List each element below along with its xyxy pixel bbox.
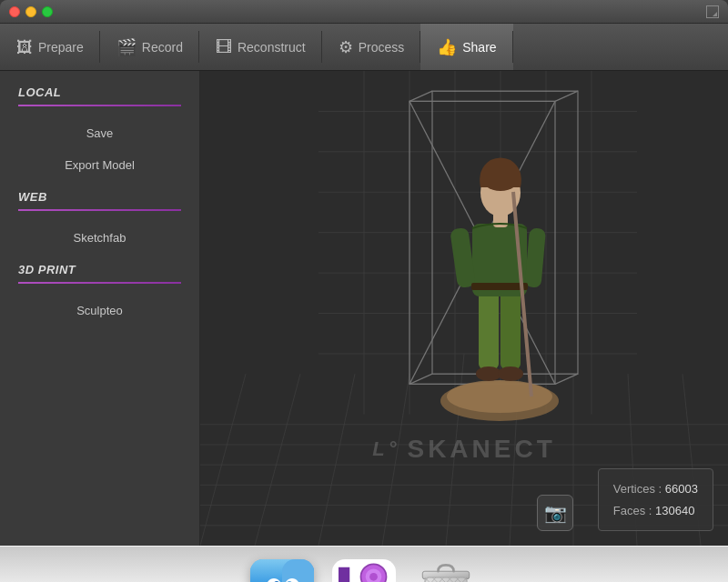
- svg-rect-45: [450, 227, 476, 288]
- vertices-value: 66003: [665, 482, 698, 496]
- human-figure: [422, 142, 577, 424]
- tab-prepare[interactable]: 🖼 Prepare: [0, 24, 100, 70]
- save-label: Save: [86, 126, 114, 140]
- close-button[interactable]: [9, 6, 20, 17]
- trash-dock-icon[interactable]: [414, 559, 478, 582]
- 3dprint-section-title: 3D Print: [0, 263, 199, 282]
- prepare-icon: 🖼: [16, 39, 33, 55]
- svg-rect-47: [471, 283, 528, 290]
- section-web: Web Sketchfab: [0, 190, 199, 254]
- resize-icon[interactable]: [706, 5, 719, 18]
- record-icon: 🎬: [116, 39, 136, 55]
- web-divider: [18, 209, 181, 211]
- tab-prepare-label: Prepare: [38, 40, 84, 55]
- save-item[interactable]: Save: [0, 117, 199, 149]
- title-bar: [0, 0, 728, 24]
- sketchfab-label: Sketchfab: [74, 231, 126, 245]
- vertices-row: Vertices : 66003: [613, 478, 698, 499]
- stats-panel: Vertices : 66003 Faces : 130640: [598, 468, 713, 531]
- reconstruct-icon: 🎞: [216, 39, 232, 55]
- faces-row: Faces : 130640: [613, 500, 698, 521]
- section-local: Local Save Export Model: [0, 85, 199, 181]
- svg-point-38: [447, 380, 552, 413]
- tab-record[interactable]: 🎬 Record: [100, 24, 199, 70]
- watermark-text: SKANECT: [407, 435, 555, 464]
- svg-rect-61: [339, 567, 349, 582]
- svg-rect-46: [524, 228, 546, 288]
- export-model-item[interactable]: Export Model: [0, 149, 199, 181]
- sculpteo-item[interactable]: Sculpteo: [0, 295, 199, 326]
- faces-label: Faces :: [613, 504, 652, 517]
- main-content: Local Save Export Model Web Sketchfab: [0, 71, 728, 546]
- watermark: L° SKANECT: [372, 435, 556, 464]
- vertices-label: Vertices :: [613, 482, 662, 496]
- finder-dock-icon[interactable]: [250, 559, 314, 582]
- sidebar: Local Save Export Model Web Sketchfab: [0, 71, 200, 546]
- camera-button[interactable]: 📷: [537, 495, 573, 531]
- svg-rect-53: [282, 559, 314, 582]
- dock: [0, 546, 728, 582]
- tab-process-label: Process: [359, 40, 405, 55]
- tab-reconstruct[interactable]: 🎞 Reconstruct: [199, 24, 322, 70]
- svg-point-49: [498, 366, 523, 381]
- tab-share-label: Share: [462, 40, 496, 55]
- tab-share[interactable]: 👍 Share: [420, 24, 512, 70]
- svg-rect-52: [250, 559, 282, 582]
- local-divider: [18, 105, 181, 106]
- skanect-dock-icon[interactable]: [332, 559, 396, 582]
- process-icon: ⚙: [339, 39, 353, 55]
- web-section-title: Web: [0, 190, 199, 209]
- maximize-button[interactable]: [42, 6, 53, 17]
- window: 🖼 Prepare 🎬 Record 🎞 Reconstruct ⚙ Proce…: [0, 0, 728, 546]
- tab-reconstruct-label: Reconstruct: [238, 40, 306, 55]
- finder-icon: [250, 559, 314, 582]
- svg-point-48: [476, 366, 501, 381]
- share-icon: 👍: [437, 39, 457, 55]
- camera-icon: 📷: [544, 502, 567, 524]
- faces-value: 130640: [655, 504, 694, 517]
- tab-record-label: Record: [142, 40, 183, 55]
- svg-rect-40: [500, 287, 521, 369]
- nav-tabs: 🖼 Prepare 🎬 Record 🎞 Reconstruct ⚙ Proce…: [0, 24, 728, 71]
- export-model-label: Export Model: [65, 158, 135, 172]
- tab-process[interactable]: ⚙ Process: [322, 24, 421, 70]
- sketchfab-item[interactable]: Sketchfab: [0, 222, 199, 254]
- svg-point-65: [369, 573, 378, 581]
- watermark-logo-icon: L°: [372, 437, 399, 461]
- sculpteo-label: Sculpteo: [76, 304, 123, 317]
- svg-rect-39: [479, 287, 499, 369]
- 3dprint-divider: [18, 282, 181, 284]
- minimize-button[interactable]: [25, 6, 36, 17]
- traffic-lights: [9, 6, 53, 17]
- local-section-title: Local: [0, 85, 199, 105]
- viewport: L° SKANECT 📷 Vertices : 66003 Faces : 13…: [200, 71, 728, 546]
- section-3dprint: 3D Print Sculpteo: [0, 263, 199, 326]
